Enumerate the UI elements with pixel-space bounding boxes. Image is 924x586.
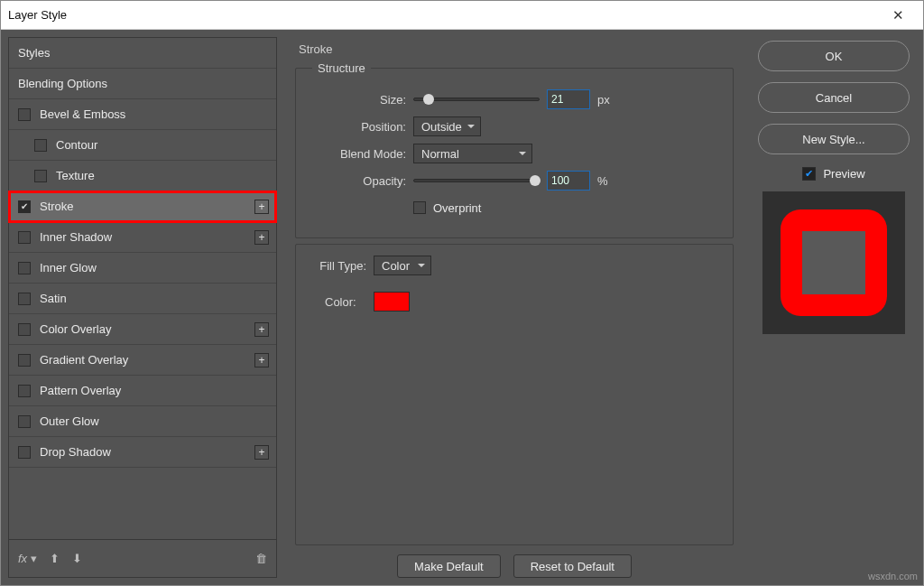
- style-item-stroke[interactable]: Stroke+: [9, 191, 276, 222]
- style-checkbox[interactable]: [18, 354, 31, 367]
- position-select[interactable]: Outside: [413, 116, 481, 136]
- window-title: Layer Style: [8, 8, 880, 22]
- style-item-bevel-emboss[interactable]: Bevel & Emboss: [9, 99, 276, 130]
- plus-icon[interactable]: +: [254, 200, 269, 214]
- trash-icon[interactable]: 🗑: [255, 552, 267, 565]
- style-label: Gradient Overlay: [40, 353, 267, 367]
- preview-thumbnail: [762, 191, 905, 334]
- plus-icon[interactable]: +: [254, 353, 269, 367]
- style-checkbox[interactable]: [18, 446, 31, 459]
- style-checkbox[interactable]: [18, 231, 31, 244]
- blendmode-select[interactable]: Normal: [413, 144, 532, 163]
- plus-icon[interactable]: +: [254, 230, 269, 245]
- style-label: Contour: [56, 138, 267, 152]
- size-label: Size:: [312, 93, 406, 107]
- style-label: Inner Glow: [40, 261, 267, 274]
- structure-group: Structure Size: px Position: Outside Ble…: [295, 61, 734, 238]
- preview-shape: [781, 209, 887, 316]
- close-icon[interactable]: ✕: [880, 1, 916, 30]
- plus-icon[interactable]: +: [254, 445, 269, 460]
- default-buttons: Make Default Reset to Default: [295, 554, 734, 578]
- make-default-button[interactable]: Make Default: [397, 554, 501, 578]
- style-label: Satin: [40, 292, 267, 305]
- style-label: Bevel & Emboss: [40, 107, 267, 121]
- style-item-gradient-overlay[interactable]: Gradient Overlay+: [9, 345, 276, 376]
- size-input[interactable]: [547, 89, 590, 109]
- styles-footer: fx▾ ⬆ ⬇ 🗑: [8, 540, 277, 578]
- size-unit: px: [597, 93, 610, 107]
- style-checkbox[interactable]: [18, 262, 31, 274]
- overprint-checkbox[interactable]: [413, 201, 426, 214]
- arrow-up-icon[interactable]: ⬆: [50, 552, 60, 565]
- styles-column: Styles Blending Options Bevel & EmbossCo…: [8, 37, 277, 578]
- style-item-outer-glow[interactable]: Outer Glow: [9, 406, 276, 437]
- position-label: Position:: [312, 120, 406, 134]
- style-label: Texture: [56, 169, 267, 182]
- fill-group: Fill Type: Color Color:: [295, 244, 734, 545]
- new-style-button[interactable]: New Style...: [758, 124, 910, 154]
- filltype-select[interactable]: Color: [374, 256, 431, 275]
- filltype-label: Fill Type:: [312, 259, 366, 273]
- style-label: Stroke: [40, 200, 267, 213]
- fx-icon[interactable]: fx: [18, 552, 27, 565]
- style-checkbox[interactable]: [34, 139, 47, 152]
- style-item-contour[interactable]: Contour: [9, 130, 276, 161]
- color-swatch[interactable]: [374, 292, 410, 312]
- style-item-satin[interactable]: Satin: [9, 284, 276, 314]
- opacity-unit: %: [597, 174, 608, 188]
- style-checkbox[interactable]: [18, 293, 31, 305]
- panel-title: Stroke: [295, 42, 734, 56]
- style-label: Inner Shadow: [40, 230, 267, 244]
- style-label: Color Overlay: [40, 322, 267, 336]
- titlebar: Layer Style ✕: [1, 1, 923, 30]
- opacity-input[interactable]: [547, 171, 590, 191]
- blendmode-label: Blend Mode:: [312, 147, 406, 161]
- style-checkbox[interactable]: [18, 323, 31, 336]
- structure-legend: Structure: [312, 61, 371, 75]
- styles-list: Styles Blending Options Bevel & EmbossCo…: [8, 37, 277, 540]
- preview-row: ✔ Preview: [802, 167, 864, 181]
- opacity-label: Opacity:: [312, 174, 406, 188]
- style-checkbox[interactable]: [18, 200, 31, 213]
- style-checkbox[interactable]: [18, 108, 31, 121]
- color-label: Color:: [312, 295, 366, 309]
- opacity-slider[interactable]: [413, 179, 540, 182]
- arrow-down-icon[interactable]: ⬇: [72, 552, 82, 565]
- reset-default-button[interactable]: Reset to Default: [513, 554, 632, 578]
- style-item-inner-shadow[interactable]: Inner Shadow+: [9, 222, 276, 253]
- style-item-texture[interactable]: Texture: [9, 161, 276, 191]
- options-panel: Stroke Structure Size: px Position: Outs…: [284, 37, 744, 578]
- style-checkbox[interactable]: [18, 415, 31, 428]
- plus-icon[interactable]: +: [254, 322, 269, 337]
- watermark: wsxdn.com: [868, 571, 918, 581]
- styles-header[interactable]: Styles: [9, 38, 276, 69]
- style-item-pattern-overlay[interactable]: Pattern Overlay: [9, 376, 276, 406]
- preview-checkbox[interactable]: ✔: [802, 167, 816, 181]
- cancel-button[interactable]: Cancel: [758, 82, 910, 113]
- style-checkbox[interactable]: [34, 170, 47, 182]
- dialog-body: Styles Blending Options Bevel & EmbossCo…: [1, 30, 923, 585]
- right-column: OK Cancel New Style... ✔ Preview: [752, 37, 916, 578]
- preview-label: Preview: [823, 167, 864, 181]
- style-item-color-overlay[interactable]: Color Overlay+: [9, 314, 276, 345]
- ok-button[interactable]: OK: [758, 41, 910, 71]
- style-label: Outer Glow: [40, 414, 267, 428]
- style-label: Pattern Overlay: [40, 384, 267, 397]
- blending-options[interactable]: Blending Options: [9, 69, 276, 99]
- style-item-inner-glow[interactable]: Inner Glow: [9, 253, 276, 284]
- style-label: Drop Shadow: [40, 445, 267, 459]
- style-item-drop-shadow[interactable]: Drop Shadow+: [9, 437, 276, 468]
- overprint-label: Overprint: [433, 201, 481, 215]
- layer-style-dialog: Layer Style ✕ Styles Blending Options Be…: [0, 0, 924, 586]
- style-checkbox[interactable]: [18, 385, 31, 397]
- size-slider[interactable]: [413, 98, 540, 101]
